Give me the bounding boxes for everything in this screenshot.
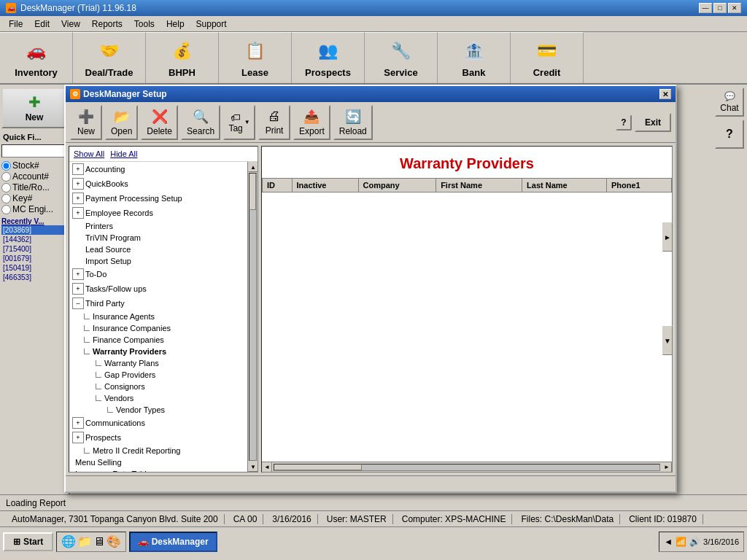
nav-prospects[interactable]: 👥 Prospects [292, 32, 365, 83]
setup-exit-button[interactable]: Exit [635, 113, 671, 132]
new-button[interactable]: ✚ New [1, 88, 67, 128]
maximize-button[interactable]: □ [713, 3, 727, 13]
tray-network-icon[interactable]: 📶 [676, 537, 686, 547]
close-button[interactable]: ✕ [728, 3, 741, 13]
taskbar-icon-folder[interactable]: 📁 [77, 534, 92, 548]
recent-item-0[interactable]: [203869] [1, 225, 67, 235]
help-button[interactable]: ? [715, 120, 744, 149]
expand-right-arrow[interactable]: ► [662, 222, 673, 252]
vscroll-thumb[interactable] [249, 174, 256, 210]
expand-tasks[interactable]: + [72, 283, 84, 295]
nav-credit[interactable]: 💳 Credit [511, 32, 584, 83]
tree-vendors[interactable]: Vendors [69, 392, 247, 404]
recent-item-5[interactable]: [466353] [1, 273, 67, 282]
tree-gap-providers[interactable]: Gap Providers [69, 369, 247, 381]
menu-edit[interactable]: Edit [28, 18, 55, 31]
setup-search-button[interactable]: 🔍 Search [181, 105, 220, 140]
tree-todo[interactable]: +To-Do [69, 267, 247, 281]
chat-button[interactable]: 💬 Chat [715, 88, 744, 117]
hscroll-right[interactable]: ► [662, 462, 672, 472]
expand-quickbooks[interactable]: + [72, 178, 84, 190]
tree-prospects[interactable]: +Prospects [69, 430, 247, 445]
collapse-right-arrow[interactable]: ▼ [662, 326, 673, 355]
radio-stock[interactable]: Stock# [1, 160, 67, 171]
taskbar-icon-computer[interactable]: 🖥 [93, 535, 105, 548]
start-button[interactable]: ⊞ Start [3, 532, 53, 551]
menu-view[interactable]: View [55, 18, 86, 31]
recent-item-2[interactable]: [715400] [1, 244, 67, 254]
tree-trivin[interactable]: TriVIN Program [69, 232, 247, 244]
recent-item-1[interactable]: [144362] [1, 235, 67, 244]
tree-menu-selling[interactable]: Menu Selling [69, 456, 247, 468]
tree-third-party[interactable]: –Third Party [69, 296, 247, 311]
expand-todo[interactable]: + [72, 268, 84, 280]
tree-consignors[interactable]: Consignors [69, 381, 247, 392]
open-tool-icon: 📂 [114, 109, 130, 125]
hscroll-thumb[interactable] [274, 464, 362, 470]
tree-import-setup[interactable]: Import Setup [69, 255, 247, 267]
tree-employee-records[interactable]: +Employee Records [69, 206, 247, 220]
radio-account[interactable]: Account# [1, 171, 67, 182]
setup-new-button[interactable]: ➕ New [70, 105, 102, 140]
nav-inventory[interactable]: 🚗 Inventory [0, 32, 73, 83]
recent-item-4[interactable]: [150419] [1, 263, 67, 273]
nav-bhph[interactable]: 💰 BHPH [146, 32, 219, 83]
expand-payment[interactable]: + [72, 192, 84, 204]
tree-tasks[interactable]: +Tasks/Follow ups [69, 281, 247, 296]
tree-warranty-plans[interactable]: Warranty Plans [69, 357, 247, 369]
setup-close-button[interactable]: ✕ [659, 89, 671, 99]
radio-mc[interactable]: MC Engi... [1, 204, 67, 214]
vscroll-up[interactable]: ▲ [248, 162, 258, 172]
vscroll-down[interactable]: ▼ [248, 462, 258, 472]
show-all-link[interactable]: Show All [74, 149, 104, 158]
menu-help[interactable]: Help [160, 18, 190, 31]
expand-communications[interactable]: + [72, 417, 84, 429]
tree-printers[interactable]: Printers [69, 220, 247, 232]
export-tool-label: Export [299, 126, 325, 136]
tray-volume-icon[interactable]: 🔊 [689, 537, 700, 547]
setup-help-button[interactable]: ? [616, 114, 632, 131]
menu-support[interactable]: Support [190, 18, 233, 31]
hscroll-left[interactable]: ◄ [262, 462, 272, 472]
radio-title[interactable]: Title/Ro... [1, 182, 67, 192]
tree-metro2[interactable]: Metro II Credit Reporting [69, 445, 247, 456]
minimize-button[interactable]: — [699, 3, 712, 13]
tray-hide-arrow[interactable]: ◄ [664, 537, 673, 547]
setup-print-button[interactable]: 🖨 Print [258, 105, 290, 140]
tree-quickbooks[interactable]: +QuickBooks [69, 176, 247, 191]
nav-bank[interactable]: 🏦 Bank [438, 32, 511, 83]
hide-all-link[interactable]: Hide All [110, 149, 137, 158]
menu-file[interactable]: File [3, 18, 28, 31]
taskbar-active-app[interactable]: 🚗 DeskManager [129, 532, 217, 552]
tree-payment-processing[interactable]: +Payment Processing Setup [69, 191, 247, 206]
taskbar-left: ⊞ Start 🌐 📁 🖥 🎨 🚗 DeskManager [3, 532, 217, 552]
expand-accounting[interactable]: + [72, 163, 84, 175]
menu-tools[interactable]: Tools [128, 18, 160, 31]
nav-deal-trade[interactable]: 🤝 Deal/Trade [73, 32, 146, 83]
tree-accounting[interactable]: +Accounting [69, 162, 247, 176]
tree-insurance-agents[interactable]: Insurance Agents [69, 311, 247, 322]
setup-reload-button[interactable]: 🔄 Reload [333, 105, 373, 140]
tree-warranty-providers[interactable]: Warranty Providers [69, 346, 247, 357]
nav-lease[interactable]: 📋 Lease [219, 32, 292, 83]
taskbar-icon-paint[interactable]: 🎨 [107, 534, 121, 548]
recent-item-3[interactable]: [001679] [1, 254, 67, 263]
expand-employee[interactable]: + [72, 207, 84, 219]
setup-open-button[interactable]: 📂 Open [105, 105, 138, 140]
tree-communications[interactable]: +Communications [69, 416, 247, 430]
taskbar-icon-browser[interactable]: 🌐 [61, 534, 76, 548]
setup-delete-button[interactable]: ❌ Delete [141, 105, 178, 140]
setup-tag-button[interactable]: 🏷 Tag ▼ [223, 105, 255, 140]
tree-lead-source[interactable]: Lead Source [69, 244, 247, 255]
expand-third-party[interactable]: – [72, 298, 84, 309]
tree-vendor-types[interactable]: Vendor Types [69, 404, 247, 416]
quick-find-input[interactable] [1, 144, 67, 158]
radio-key[interactable]: Key# [1, 193, 67, 203]
nav-service[interactable]: 🔧 Service [365, 32, 438, 83]
tree-insurance-rate[interactable]: Insurance Rate Table [69, 468, 247, 472]
tree-finance-companies[interactable]: Finance Companies [69, 334, 247, 346]
menu-reports[interactable]: Reports [86, 18, 128, 31]
setup-export-button[interactable]: 📤 Export [293, 105, 330, 140]
expand-prospects[interactable]: + [72, 432, 84, 443]
tree-insurance-companies[interactable]: Insurance Companies [69, 322, 247, 334]
